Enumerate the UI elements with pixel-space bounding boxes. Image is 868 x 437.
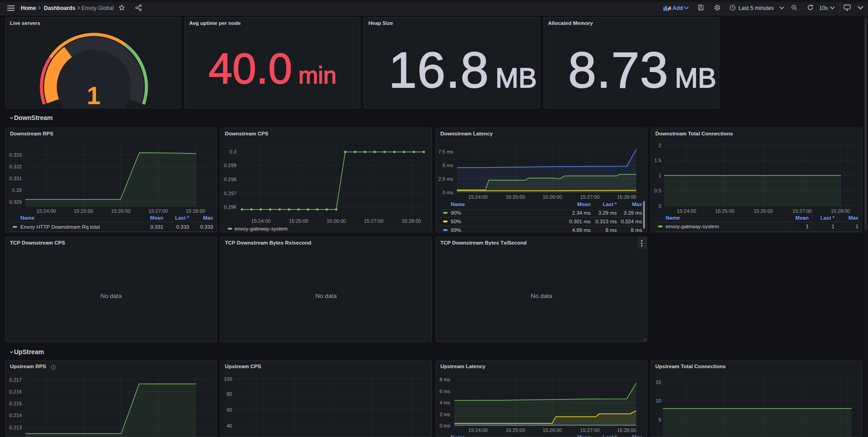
svg-text:0.299: 0.299 — [224, 163, 237, 168]
svg-text:1: 1 — [658, 173, 661, 178]
svg-text:15:25:00: 15:25:00 — [289, 218, 308, 224]
svg-text:0.296: 0.296 — [224, 204, 237, 210]
svg-text:15:26:00: 15:26:00 — [543, 194, 562, 200]
svg-text:100: 100 — [224, 376, 232, 382]
svg-text:60: 60 — [227, 407, 232, 413]
svg-text:15:28:00: 15:28:00 — [617, 194, 636, 200]
svg-text:15:25:00: 15:25:00 — [715, 208, 734, 214]
svg-text:4 ms: 4 ms — [439, 400, 450, 405]
svg-text:0.332: 0.332 — [9, 164, 22, 169]
svg-text:15:26:00: 15:26:00 — [111, 208, 131, 214]
svg-text:0.217: 0.217 — [9, 377, 22, 383]
svg-text:8 ms: 8 ms — [439, 377, 450, 382]
svg-text:15:24:00: 15:24:00 — [468, 427, 488, 433]
svg-text:0.329: 0.329 — [9, 199, 22, 205]
svg-text:15:28:00: 15:28:00 — [617, 427, 636, 433]
svg-text:0.298: 0.298 — [224, 177, 237, 182]
svg-text:0.33: 0.33 — [12, 187, 22, 193]
svg-text:15:27:00: 15:27:00 — [580, 194, 600, 200]
svg-text:2 ms: 2 ms — [439, 412, 450, 417]
svg-text:15:27:00: 15:27:00 — [364, 218, 383, 224]
svg-text:2.5 ms: 2.5 ms — [439, 176, 454, 182]
svg-text:5: 5 — [658, 417, 661, 423]
svg-text:10: 10 — [656, 398, 661, 403]
svg-text:15:25:00: 15:25:00 — [506, 427, 525, 433]
svg-text:0.297: 0.297 — [224, 191, 237, 196]
svg-text:15:26:00: 15:26:00 — [543, 427, 562, 433]
svg-text:0 ms: 0 ms — [443, 190, 453, 195]
svg-text:80: 80 — [227, 391, 232, 397]
svg-text:15:24:00: 15:24:00 — [468, 194, 488, 200]
svg-text:15:24:00: 15:24:00 — [677, 208, 696, 214]
svg-text:40: 40 — [227, 423, 232, 428]
svg-text:0.213: 0.213 — [9, 425, 22, 430]
svg-text:0.216: 0.216 — [9, 389, 22, 394]
svg-text:5 ms: 5 ms — [443, 163, 453, 168]
svg-text:15:28:00: 15:28:00 — [831, 208, 850, 214]
svg-text:0.3: 0.3 — [229, 149, 236, 154]
svg-text:15:28:00: 15:28:00 — [186, 208, 205, 214]
svg-text:15: 15 — [656, 379, 661, 385]
svg-text:15:26:00: 15:26:00 — [327, 218, 346, 224]
svg-text:15:27:00: 15:27:00 — [792, 208, 812, 214]
svg-text:15:26:00: 15:26:00 — [754, 208, 773, 214]
svg-text:0.214: 0.214 — [9, 413, 22, 418]
svg-text:15:24:00: 15:24:00 — [37, 208, 56, 214]
svg-text:15:25:00: 15:25:00 — [506, 194, 525, 200]
svg-text:0.333: 0.333 — [9, 152, 22, 158]
svg-text:0.5: 0.5 — [654, 188, 661, 193]
svg-text:7.5 ms: 7.5 ms — [439, 149, 454, 154]
svg-text:0: 0 — [658, 203, 661, 209]
svg-text:15:28:00: 15:28:00 — [402, 218, 421, 224]
svg-text:15:24:00: 15:24:00 — [251, 218, 271, 224]
svg-text:0.215: 0.215 — [9, 401, 22, 406]
svg-text:15:25:00: 15:25:00 — [74, 208, 93, 214]
svg-text:6 ms: 6 ms — [439, 389, 450, 394]
svg-text:15:27:00: 15:27:00 — [148, 208, 168, 214]
svg-text:1.5: 1.5 — [654, 158, 661, 163]
svg-text:0 ms: 0 ms — [439, 423, 450, 428]
svg-text:2: 2 — [658, 143, 661, 148]
svg-text:1: 1 — [87, 82, 101, 108]
svg-text:15:27:00: 15:27:00 — [580, 427, 600, 433]
svg-text:0.331: 0.331 — [9, 176, 22, 181]
